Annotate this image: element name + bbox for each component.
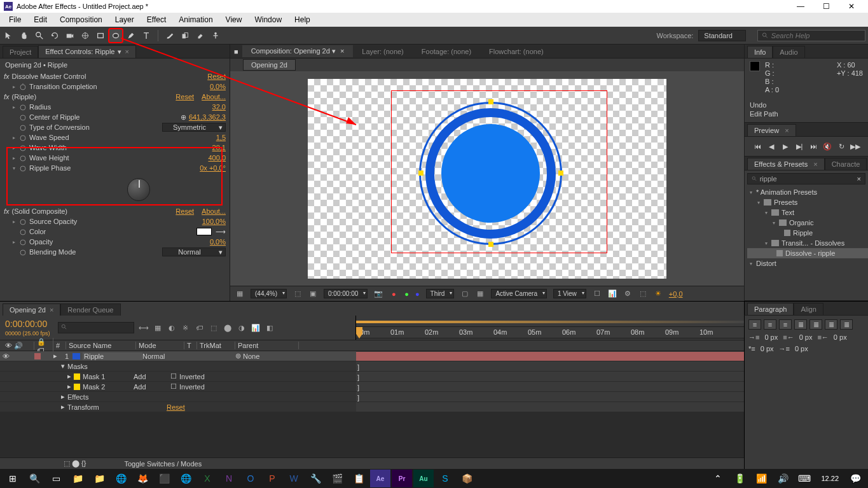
view-select[interactable]: 1 View (553, 289, 586, 298)
menu-view[interactable]: View (219, 14, 249, 25)
prop-opacity[interactable]: ▸Opacity0,0% (0, 237, 230, 247)
composition-viewport[interactable] (230, 71, 744, 286)
tree-presets[interactable]: ▾Presets (747, 197, 868, 207)
time-ruler[interactable]: 00m 01m 02m 03m 04m 05m 06m 07m 08m 09m … (356, 327, 744, 338)
menu-effect[interactable]: Effect (141, 14, 172, 25)
time-display[interactable]: 0:00:00:00 (324, 289, 368, 298)
align-tab[interactable]: Align (794, 303, 823, 315)
pen-tool[interactable] (125, 29, 137, 42)
volume-icon[interactable]: 🔊 (773, 470, 793, 487)
tree-text[interactable]: ▾Text (747, 207, 868, 218)
tl-icon9[interactable]: 📊 (251, 323, 260, 332)
flowchart-tab[interactable]: Flowchart: (none) (480, 46, 553, 57)
tree-animation-presets[interactable]: ▾* Animation Presets (747, 187, 868, 197)
task-view[interactable]: ▭ (46, 470, 66, 487)
loop[interactable]: ↻ (836, 141, 847, 152)
selection-tool[interactable] (3, 29, 15, 42)
chrome-icon[interactable]: 🌐 (111, 470, 131, 487)
layer-bar[interactable] (356, 352, 744, 361)
explorer2-icon[interactable]: 📁 (89, 470, 109, 487)
res-icon[interactable]: ⬚ (293, 289, 302, 298)
mask-1-row[interactable]: ▸Mask 1Add☐Inverted][ (0, 372, 744, 382)
firefox-icon[interactable]: 🦊 (132, 470, 153, 487)
effects-search-input[interactable] (760, 175, 855, 183)
icon2[interactable]: 📊 (608, 289, 617, 298)
layer-row-ripple[interactable]: 👁 ▸1 Ripple Normal ⊚ None (0, 351, 744, 361)
transparency-icon[interactable]: ▦ (476, 289, 485, 298)
fx-solid-header[interactable]: fx(Solid Composite) Reset About... (0, 206, 230, 216)
layer-tab[interactable]: Layer: (none) (353, 46, 412, 57)
ellipse-tool[interactable] (109, 29, 122, 42)
tl-icon6[interactable]: ⬚ (209, 323, 218, 332)
tool-icon[interactable]: 🔧 (305, 470, 326, 487)
menu-file[interactable]: File (3, 14, 27, 25)
clone-tool[interactable] (179, 29, 191, 42)
quality-select[interactable]: Third (426, 289, 455, 298)
color-swatch[interactable] (196, 228, 212, 235)
first-frame[interactable]: ⏮ (752, 141, 763, 152)
justify-center[interactable]: ≣ (809, 319, 822, 330)
keyboard-icon[interactable]: ⌨ (794, 470, 815, 487)
camera-tool[interactable] (64, 29, 76, 42)
handle[interactable] (558, 171, 563, 176)
prop-transition-completion[interactable]: ▸Transition Completion0,0% (0, 81, 230, 92)
tree-ripple-preset[interactable]: Ripple (747, 228, 868, 238)
pr-icon[interactable]: Pr (392, 470, 412, 487)
preview-tab[interactable]: Preview × (747, 124, 796, 136)
roi-icon[interactable]: ▢ (460, 289, 469, 298)
onenote-icon[interactable]: N (219, 470, 239, 487)
effect-controls-tab[interactable]: Effect Controls: Ripple▾× (38, 45, 136, 58)
handle[interactable] (488, 242, 493, 247)
prop-type-conversion[interactable]: Type of ConversionSymmetric (0, 122, 230, 132)
minimize-button[interactable]: — (788, 2, 813, 11)
notifications-icon[interactable]: 💬 (845, 470, 865, 487)
fx-ripple-header[interactable]: fx(Ripple) Reset About... (0, 92, 230, 102)
help-search[interactable] (757, 30, 865, 41)
justify-right[interactable]: ≣ (825, 319, 837, 330)
camera-select[interactable]: Active Camera (491, 289, 547, 298)
brush-tool[interactable] (163, 29, 176, 42)
mute[interactable]: 🔇 (822, 141, 833, 152)
snapshot-icon[interactable]: 📷 (374, 289, 383, 298)
menu-animation[interactable]: Animation (172, 14, 219, 25)
effects-presets-tab[interactable]: Effects & Presets × (747, 158, 825, 170)
menu-edit[interactable]: Edit (27, 14, 53, 25)
prop-center[interactable]: Center of Ripple⊕641,3,362,3 (0, 112, 230, 122)
zoom-tool[interactable] (33, 29, 46, 42)
help-search-input[interactable] (771, 32, 861, 39)
comp-inner-tab[interactable]: Opening 2d (243, 59, 296, 71)
project-tab[interactable]: Project (3, 46, 38, 58)
tl-icon2[interactable]: ▦ (153, 323, 162, 332)
tl-icon3[interactable]: ◐ (167, 323, 176, 332)
hand-tool[interactable] (18, 29, 31, 42)
menu-composition[interactable]: Composition (53, 14, 109, 25)
channel-icon[interactable]: ● (389, 289, 398, 298)
next-frame[interactable]: ▶| (794, 141, 805, 152)
puppet-tool[interactable] (209, 29, 222, 42)
aegisub-icon[interactable]: 🎬 (327, 470, 347, 487)
mask-2-row[interactable]: ▸Mask 2Add☐Inverted][ (0, 382, 744, 392)
word-icon[interactable]: W (284, 470, 304, 487)
edge-icon[interactable]: 🌐 (176, 470, 196, 487)
paragraph-tab[interactable]: Paragraph (747, 303, 794, 315)
app2-icon[interactable]: 📦 (457, 470, 477, 487)
tl-icon7[interactable]: ⬤ (223, 323, 232, 332)
icon1[interactable]: ☐ (593, 289, 602, 298)
tray-chevron[interactable]: ⌃ (708, 470, 728, 487)
timeline-tab[interactable]: Opening 2d× (3, 303, 60, 316)
audio-tab[interactable]: Audio (773, 46, 804, 58)
fx-dissolve-header[interactable]: fxDissolve Master Control Reset (0, 71, 230, 81)
skype-icon[interactable]: S (435, 470, 455, 487)
cortana-icon[interactable]: ⬛ (154, 470, 174, 487)
transform-group[interactable]: ▸TransformReset (0, 402, 744, 412)
close-button[interactable]: ✕ (839, 2, 864, 11)
handle[interactable] (488, 99, 493, 104)
align-left[interactable]: ≡ (748, 319, 761, 330)
justify-all[interactable]: ≣ (840, 319, 853, 330)
eraser-tool[interactable] (194, 29, 207, 42)
play[interactable]: ▶ (780, 141, 791, 152)
playhead[interactable] (356, 327, 362, 338)
effects-group[interactable]: ▸Effects][ (0, 392, 744, 402)
prop-blend-mode[interactable]: Blending ModeNormal (0, 247, 230, 257)
icon4[interactable]: ⬚ (638, 289, 647, 298)
